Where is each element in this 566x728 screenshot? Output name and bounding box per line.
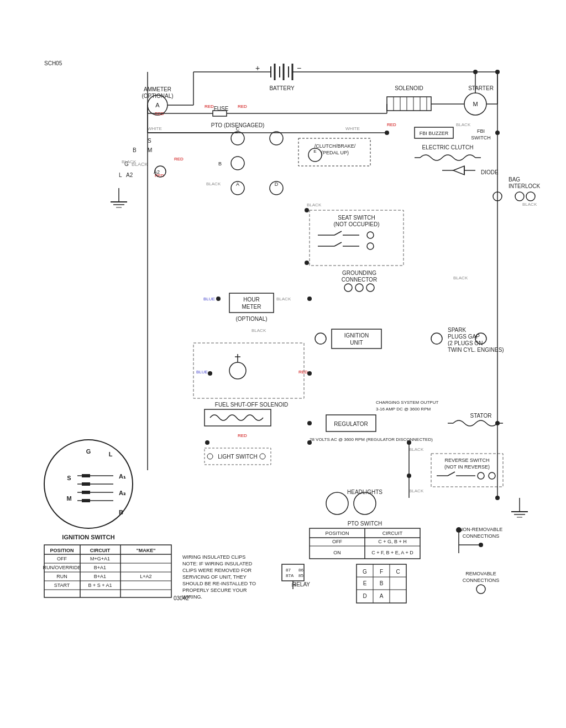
- schematic-diagram: SCH05 + − AMMETER (OPTIONAL) BATTERY SOL…: [0, 0, 566, 728]
- svg-text:BLACK: BLACK: [206, 181, 221, 186]
- svg-text:FUEL SHUT-OFF SOLENOID: FUEL SHUT-OFF SOLENOID: [215, 402, 288, 408]
- svg-text:86: 86: [298, 568, 303, 573]
- svg-text:B: B: [218, 161, 222, 167]
- page-container: SCH05 + − AMMETER (OPTIONAL) BATTERY SOL…: [0, 0, 566, 728]
- svg-text:A2: A2: [154, 169, 160, 175]
- svg-text:E: E: [313, 149, 316, 154]
- svg-text:IGNITION: IGNITION: [344, 332, 369, 339]
- svg-text:SOLENOID: SOLENOID: [395, 85, 423, 91]
- svg-text:ON: ON: [333, 550, 341, 555]
- svg-text:A: A: [155, 102, 160, 108]
- svg-text:BLACK: BLACK: [276, 297, 291, 301]
- svg-text:B: B: [133, 147, 137, 153]
- svg-text:B+A1: B+A1: [94, 574, 106, 579]
- svg-text:CONNECTIONS: CONNECTIONS: [463, 578, 500, 583]
- svg-text:C: C: [396, 569, 400, 575]
- svg-point-126: [216, 297, 221, 301]
- svg-text:RED: RED: [238, 433, 247, 438]
- svg-text:87A: 87A: [286, 573, 294, 578]
- svg-text:(OPTIONAL): (OPTIONAL): [235, 316, 267, 322]
- svg-text:B+A1: B+A1: [94, 565, 106, 570]
- svg-text:SWITCH: SWITCH: [471, 135, 491, 141]
- svg-point-201: [456, 527, 462, 533]
- svg-rect-243: [82, 491, 90, 494]
- svg-text:WIRING INSULATED CLIPS: WIRING INSULATED CLIPS: [182, 554, 245, 560]
- svg-text:NOTE: IF WIRING INSULATED: NOTE: IF WIRING INSULATED: [182, 561, 253, 566]
- svg-text:BAG: BAG: [509, 176, 520, 183]
- svg-text:B: B: [380, 580, 384, 586]
- svg-text:DIODE: DIODE: [481, 169, 499, 175]
- svg-text:+: +: [255, 64, 260, 72]
- svg-text:SEAT SWITCH: SEAT SWITCH: [338, 215, 375, 221]
- svg-point-166: [307, 440, 312, 445]
- svg-text:CLIPS WERE REMOVED FOR: CLIPS WERE REMOVED FOR: [182, 568, 252, 573]
- svg-point-113: [305, 208, 309, 212]
- svg-text:ELECTRIC CLUTCH: ELECTRIC CLUTCH: [422, 144, 474, 150]
- svg-text:E: E: [363, 580, 367, 586]
- svg-text:OFF: OFF: [332, 539, 342, 544]
- svg-text:BLACK: BLACK: [409, 447, 424, 452]
- svg-text:BLACK: BLACK: [409, 488, 424, 493]
- svg-text:L: L: [109, 451, 113, 457]
- svg-text:BLUE: BLUE: [196, 370, 208, 375]
- svg-text:RED: RED: [298, 370, 308, 375]
- svg-text:POSITION: POSITION: [50, 548, 74, 553]
- svg-text:(OPTIONAL): (OPTIONAL): [142, 93, 173, 99]
- svg-rect-0: [0, 0, 566, 728]
- svg-text:C + F, B + E, A + D: C + F, B + E, A + D: [371, 550, 413, 555]
- svg-text:RED: RED: [205, 104, 214, 109]
- svg-text:RED: RED: [238, 104, 247, 109]
- svg-text:−: −: [297, 64, 301, 72]
- svg-text:28 VOLTS AC @ 3600 RPM (REGULA: 28 VOLTS AC @ 3600 RPM (REGULATOR DISCON…: [310, 437, 433, 442]
- svg-text:M: M: [473, 101, 478, 107]
- svg-text:L+A2: L+A2: [140, 574, 151, 579]
- svg-text:3-16 AMP DC @ 3600 RPM: 3-16 AMP DC @ 3600 RPM: [376, 407, 431, 412]
- svg-text:A: A: [380, 593, 384, 599]
- svg-text:L: L: [119, 172, 122, 178]
- svg-text:METER: METER: [242, 304, 261, 310]
- svg-text:M: M: [66, 495, 71, 502]
- svg-text:D: D: [363, 593, 366, 599]
- svg-text:STATOR: STATOR: [470, 413, 492, 419]
- svg-text:CHARGING SYSTEM OUTPUT: CHARGING SYSTEM OUTPUT: [376, 400, 438, 405]
- svg-text:G: G: [86, 448, 91, 455]
- svg-text:BLACK: BLACK: [522, 202, 537, 207]
- svg-text:CONNECTIONS: CONNECTIONS: [463, 533, 500, 539]
- svg-text:/CLUTCH/BRAKE/: /CLUTCH/BRAKE/: [315, 143, 356, 149]
- svg-text:CONNECTOR: CONNECTOR: [342, 277, 377, 283]
- svg-text:CIRCUIT: CIRCUIT: [382, 531, 403, 536]
- svg-text:STARTER: STARTER: [468, 85, 494, 91]
- svg-text:REMOVABLE: REMOVABLE: [465, 571, 496, 576]
- svg-text:D: D: [275, 181, 279, 187]
- svg-text:85: 85: [298, 573, 303, 578]
- svg-text:TWIN CYL. ENGINES): TWIN CYL. ENGINES): [448, 347, 504, 353]
- svg-text:SERVICING OF UNIT, THEY: SERVICING OF UNIT, THEY: [182, 574, 247, 580]
- svg-text:A₂: A₂: [119, 490, 126, 496]
- svg-point-165: [205, 440, 209, 445]
- svg-text:INTERLOCK: INTERLOCK: [509, 183, 541, 189]
- svg-text:BLACK: BLACK: [307, 202, 322, 207]
- svg-text:B: B: [119, 509, 123, 516]
- svg-text:BLACK: BLACK: [456, 122, 471, 127]
- svg-text:BLUE: BLUE: [203, 297, 215, 301]
- svg-text:BATTERY: BATTERY: [269, 85, 295, 91]
- svg-text:WHITE: WHITE: [345, 126, 360, 131]
- svg-text:SHOULD BE RE-INSTALLED TO: SHOULD BE RE-INSTALLED TO: [182, 581, 256, 586]
- svg-rect-241: [82, 474, 90, 477]
- svg-text:CIRCUIT: CIRCUIT: [90, 548, 111, 553]
- svg-point-204: [479, 543, 483, 547]
- svg-text:POSITION: POSITION: [325, 531, 349, 536]
- svg-rect-244: [82, 499, 90, 502]
- svg-text:C: C: [236, 126, 240, 132]
- svg-text:"MAKE": "MAKE": [136, 548, 155, 553]
- svg-point-114: [305, 261, 309, 265]
- svg-text:LIGHT SWITCH: LIGHT SWITCH: [218, 454, 257, 460]
- svg-text:OFF: OFF: [57, 556, 67, 561]
- svg-text:RUN/OVERRIDE: RUN/OVERRIDE: [43, 565, 81, 570]
- svg-text:FBI BUZZER: FBI BUZZER: [420, 131, 449, 136]
- svg-text:BLACK: BLACK: [453, 275, 468, 280]
- svg-text:SPARK: SPARK: [448, 327, 466, 333]
- svg-text:PTO SWITCH: PTO SWITCH: [348, 521, 382, 527]
- svg-text:BLACK: BLACK: [122, 159, 137, 164]
- svg-text:RED: RED: [387, 122, 396, 127]
